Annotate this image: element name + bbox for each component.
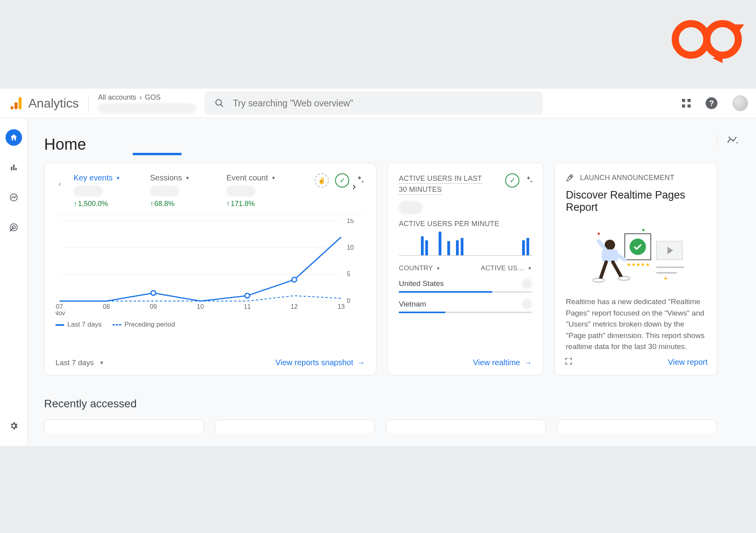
view-reports-snapshot-link[interactable]: View reports snapshot→ bbox=[275, 358, 365, 367]
svg-point-35 bbox=[665, 277, 667, 280]
rocket-icon bbox=[566, 173, 574, 182]
announcement-illustration: ★★★★★ bbox=[566, 221, 706, 292]
svg-text:09: 09 bbox=[150, 303, 157, 310]
metric-key-events[interactable]: Key events▼ ↑ 1,500.0% bbox=[74, 173, 129, 208]
app-shell: Analytics All accounts › GOS ? bbox=[0, 89, 756, 446]
sparkle-icon[interactable] bbox=[525, 175, 534, 186]
ga-logo[interactable]: Analytics bbox=[10, 96, 79, 111]
caret-down-icon: ▼ bbox=[116, 175, 120, 181]
caret-down-icon: ▼ bbox=[271, 175, 276, 181]
chevron-right-icon: › bbox=[139, 93, 142, 102]
account-selector[interactable]: All accounts › GOS bbox=[98, 93, 196, 113]
recent-card[interactable] bbox=[215, 420, 375, 433]
svg-point-23 bbox=[292, 277, 296, 282]
svg-text:08: 08 bbox=[103, 303, 110, 310]
recently-accessed-heading: Recently accessed bbox=[44, 397, 739, 410]
svg-rect-2 bbox=[19, 97, 22, 110]
announcement-kicker: LAUNCH ANNOUNCEMENT bbox=[580, 174, 674, 182]
country-row: United States bbox=[399, 279, 532, 289]
chart-legend: Last 7 days Preceding period bbox=[56, 321, 365, 329]
metric-sessions[interactable]: Sessions▼ ↑ 68.8% bbox=[150, 173, 205, 208]
view-report-link[interactable]: View report bbox=[668, 358, 708, 367]
metric-label: Sessions bbox=[150, 173, 182, 182]
metric-event-count[interactable]: Event count▼ ↑ 171.8% bbox=[226, 173, 282, 208]
metric-value-redacted bbox=[226, 186, 256, 197]
caret-down-icon: ▼ bbox=[436, 266, 441, 271]
svg-text:Nov: Nov bbox=[56, 309, 65, 316]
svg-text:12: 12 bbox=[291, 303, 298, 310]
recent-card[interactable] bbox=[44, 420, 204, 433]
search-box[interactable] bbox=[204, 91, 543, 115]
svg-line-6 bbox=[220, 104, 223, 107]
metric-value-redacted bbox=[150, 186, 179, 197]
insights-icon[interactable] bbox=[717, 136, 739, 147]
recent-card[interactable] bbox=[557, 420, 717, 433]
svg-point-37 bbox=[630, 239, 646, 255]
svg-point-21 bbox=[151, 291, 156, 295]
date-range-dropdown[interactable]: Last 7 days▼ bbox=[56, 358, 104, 367]
nav-explore[interactable] bbox=[6, 189, 22, 206]
arrow-right-icon: → bbox=[357, 358, 365, 367]
go-logo bbox=[667, 12, 746, 63]
avatar[interactable] bbox=[732, 95, 748, 111]
announcement-title: Discover Realtime Pages Report bbox=[566, 189, 706, 214]
view-realtime-link[interactable]: View realtime→ bbox=[473, 358, 532, 367]
caret-down-icon: ▼ bbox=[528, 266, 532, 271]
col-country[interactable]: COUNTRY▼ bbox=[399, 264, 441, 272]
overview-card: ‹ Key events▼ ↑ 1,500.0% Sessions▼ ↑ 68.… bbox=[44, 163, 376, 375]
breadcrumb-root: All accounts bbox=[98, 93, 136, 102]
nav-home[interactable] bbox=[6, 129, 22, 146]
divider bbox=[88, 95, 89, 112]
active-tab-indicator bbox=[133, 153, 182, 155]
svg-point-34 bbox=[642, 229, 645, 231]
nav-admin[interactable] bbox=[6, 418, 22, 434]
svg-text:10: 10 bbox=[197, 303, 204, 310]
search-input[interactable] bbox=[233, 98, 533, 109]
search-icon bbox=[215, 98, 224, 108]
announcement-card: LAUNCH ANNOUNCEMENT Discover Realtime Pa… bbox=[554, 163, 717, 375]
svg-point-32 bbox=[570, 176, 571, 177]
svg-point-33 bbox=[598, 233, 600, 235]
metric-change: ↑ 1,500.0% bbox=[74, 200, 129, 208]
svg-point-5 bbox=[216, 100, 221, 105]
expand-icon[interactable] bbox=[564, 357, 573, 367]
svg-text:11: 11 bbox=[244, 303, 251, 310]
anomaly-icon[interactable]: ✌ bbox=[315, 173, 329, 188]
sparkle-icon[interactable] bbox=[356, 175, 365, 186]
nav-advertising[interactable] bbox=[6, 219, 22, 236]
svg-point-1 bbox=[707, 24, 738, 55]
check-icon[interactable]: ✓ bbox=[505, 173, 519, 188]
check-icon[interactable]: ✓ bbox=[335, 173, 349, 188]
col-active-users[interactable]: ACTIVE US…▼ bbox=[481, 264, 532, 272]
active-users-value-redacted bbox=[399, 201, 422, 214]
announcement-desc: Realtime has a new dedicated "Realtime P… bbox=[566, 296, 706, 353]
svg-point-22 bbox=[245, 293, 250, 298]
legend-b: Preceding period bbox=[124, 321, 175, 328]
metric-value-redacted bbox=[74, 186, 103, 197]
page-title: Home bbox=[44, 136, 739, 153]
arrow-right-icon: → bbox=[524, 358, 532, 367]
metrics-prev-button[interactable]: ‹ bbox=[59, 180, 68, 190]
svg-text:10: 10 bbox=[347, 244, 354, 251]
analytics-icon bbox=[10, 96, 23, 110]
app-name: Analytics bbox=[28, 96, 79, 111]
metric-change: ↑ 171.8% bbox=[226, 200, 282, 208]
nav-reports[interactable] bbox=[6, 159, 22, 176]
metric-label: Event count bbox=[226, 173, 268, 182]
svg-rect-44 bbox=[602, 249, 618, 262]
recent-card[interactable] bbox=[386, 420, 546, 433]
metric-change: ↑ 68.8% bbox=[150, 200, 205, 208]
breadcrumb-account: GOS bbox=[145, 93, 161, 102]
legend-a: Last 7 days bbox=[67, 321, 102, 328]
svg-line-47 bbox=[600, 262, 606, 279]
apps-icon[interactable] bbox=[682, 99, 691, 108]
svg-text:0: 0 bbox=[347, 297, 350, 304]
svg-point-50 bbox=[618, 277, 630, 280]
help-icon[interactable]: ? bbox=[706, 97, 717, 109]
svg-point-4 bbox=[11, 106, 14, 110]
recently-accessed-row bbox=[44, 420, 739, 433]
caret-down-icon: ▼ bbox=[99, 360, 104, 366]
content-area: Home ‹ Key events▼ ↑ 1,500.0% bbox=[28, 118, 756, 446]
svg-rect-8 bbox=[13, 165, 15, 171]
svg-line-46 bbox=[618, 255, 625, 260]
